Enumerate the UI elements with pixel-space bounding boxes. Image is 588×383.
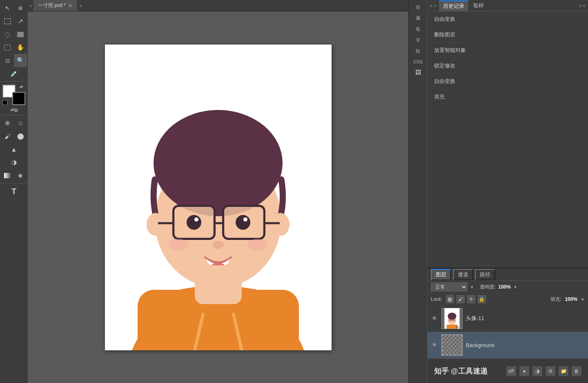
blend-opacity-row: 正常 ▼ 透明度: 100% ▼ — [428, 281, 588, 293]
opacity-label: 透明度: — [480, 284, 496, 291]
history-panel: < > 历史记录 取样 > < 自由变换 删除图层 放置智能对象 锁定修改 — [428, 0, 588, 268]
svg-point-20 — [236, 215, 250, 230]
layers-tab[interactable]: 图层 — [431, 269, 451, 280]
paths-tab[interactable]: 路径 — [475, 269, 495, 280]
layers-panel: 图层 通道 路径 正常 ▼ 透明度: 100% ▼ Lock: ▦ 🖌 — [428, 268, 588, 383]
svg-point-23 — [212, 241, 224, 249]
svg-point-33 — [450, 320, 451, 320]
d-icon: D — [15, 108, 18, 113]
layer-name-1: Background — [466, 342, 494, 348]
lock-paint[interactable]: 🖌 — [457, 295, 465, 303]
zoom-tool[interactable]: 🔍 — [14, 54, 27, 67]
mini-panel-image[interactable]: 🖼 — [413, 67, 423, 78]
tool-group-top: ↖ ⊞ ↗ ◌ — [0, 2, 28, 198]
svg-point-19 — [187, 215, 201, 230]
artboard-tool[interactable]: ⊞ — [14, 2, 27, 15]
wm-circle-icon: ● — [519, 366, 529, 376]
wm-folder-icon: 📁 — [559, 366, 568, 376]
close-tab-button[interactable]: ✕ — [68, 3, 72, 9]
wm-halfcircle-icon: ◑ — [532, 366, 542, 376]
sampling-tab[interactable]: 取样 — [469, 1, 488, 11]
lock-icons: ▦ 🖌 ✛ 🔒 — [446, 295, 486, 303]
history-item-label-5: 填充 — [434, 93, 445, 101]
channels-tab[interactable]: 通道 — [453, 269, 473, 280]
gradient-tool[interactable] — [1, 169, 14, 182]
layer-item-0[interactable]: 👁 🔒 — [428, 305, 588, 332]
history-item-1[interactable]: 删除图层 — [428, 27, 588, 43]
toolbar-left: ↖ ⊞ ↗ ◌ — [0, 0, 28, 383]
shape-tool[interactable] — [14, 28, 27, 41]
smudge-tool[interactable]: ◑ — [7, 156, 20, 169]
paint-bucket-tool[interactable]: ⬤ — [14, 130, 27, 143]
wm-gear-icon: ⚙ — [546, 366, 555, 376]
background-color[interactable] — [12, 92, 25, 105]
panel-arrows-right[interactable]: > < — [579, 3, 586, 8]
svg-point-34 — [453, 320, 454, 320]
svg-point-8 — [147, 213, 165, 236]
mini-panel-bi[interactable]: 笔 — [415, 24, 421, 35]
stamp-tool[interactable]: ▲ — [7, 143, 20, 156]
healing-tool[interactable]: ⊕ — [1, 116, 14, 130]
type-tool[interactable]: T — [7, 185, 20, 198]
swap-colors-icon[interactable]: ⇄ — [20, 85, 25, 90]
crop-tool[interactable]: ⊡ — [1, 54, 14, 67]
mini-panel: 信 属 笔 字 段 CSS 🖼 — [409, 0, 428, 383]
wm-eff-icon: eff — [506, 366, 516, 376]
mini-panel-shu[interactable]: 属 — [415, 13, 421, 24]
svg-point-22 — [243, 217, 247, 222]
default-colors-icon[interactable] — [2, 100, 7, 105]
layer-item-1[interactable]: 👁 Background — [428, 332, 588, 358]
watermark-text: 知乎 @工具速递 — [434, 366, 488, 376]
tab-arrow-left[interactable]: < — [28, 0, 33, 11]
layer-visibility-1[interactable]: 👁 — [431, 342, 438, 348]
canvas-viewport[interactable] — [28, 11, 408, 383]
eraser-tool[interactable]: ◻ — [14, 116, 27, 130]
blend-mode-select[interactable]: 正常 — [431, 282, 468, 291]
svg-point-29 — [448, 313, 456, 320]
history-item-3[interactable]: 锁定修改 — [428, 58, 588, 74]
mini-panel-css[interactable]: CSS — [412, 57, 423, 67]
tab-bar: < 一寸照.psd * ✕ > — [28, 0, 408, 11]
history-item-label-2: 放置智能对象 — [434, 47, 466, 54]
right-panel: 信 属 笔 字 段 CSS 🖼 < > 历史记录 取样 > < 自由变换 删除图… — [408, 0, 588, 383]
quick-select-tool[interactable] — [1, 41, 14, 54]
history-item-4[interactable]: 自由变换 — [428, 74, 588, 89]
mini-panel-duan[interactable]: 段 — [415, 46, 421, 57]
lasso-tool[interactable]: ◌ — [1, 28, 14, 41]
move-tool[interactable]: ↖ — [1, 2, 14, 15]
direct-select-tool[interactable]: ↗ — [14, 15, 27, 28]
mode-icon: ⏎ — [10, 108, 14, 113]
color-swatches: ⇄ — [2, 85, 25, 105]
mini-panel-zi[interactable]: 字 — [415, 35, 421, 46]
history-item-0[interactable]: 自由变换 — [428, 11, 588, 27]
wm-trash-icon: 🗑 — [572, 366, 581, 376]
fill-value[interactable]: 100% — [565, 296, 577, 302]
document-tab[interactable]: 一寸照.psd * ✕ — [33, 0, 78, 11]
lock-row: Lock: ▦ 🖌 ✛ 🔒 填充: 100% ▼ — [428, 293, 588, 305]
lock-label: Lock: — [431, 296, 443, 302]
lock-all[interactable]: 🔒 — [478, 295, 486, 303]
history-item-5[interactable]: 填充 — [428, 89, 588, 105]
lock-checkerboard[interactable]: ▦ — [446, 295, 454, 303]
opacity-value[interactable]: 100% — [498, 284, 511, 290]
mini-panel-xin[interactable]: 信 — [415, 2, 421, 13]
blur-tool[interactable]: ◈ — [14, 169, 27, 182]
history-item-label-3: 锁定修改 — [434, 62, 455, 69]
panel-arrows-left[interactable]: < > — [430, 3, 437, 8]
history-item-label-0: 自由变换 — [434, 16, 455, 23]
hand-tool[interactable]: ✋ — [14, 41, 27, 54]
watermark-icons: eff ● ◑ ⚙ 📁 🗑 — [506, 366, 581, 376]
canvas-document — [105, 45, 332, 350]
tab-arrow-right[interactable]: > — [78, 0, 83, 11]
document-tab-label: 一寸照.psd * — [38, 2, 66, 9]
layer-name-0: 头像-11 — [466, 315, 484, 322]
lock-move[interactable]: ✛ — [467, 295, 475, 303]
history-tab[interactable]: 历史记录 — [439, 0, 468, 11]
brush-tool[interactable]: 🖌 — [1, 130, 14, 143]
layer-visibility-0[interactable]: 👁 — [431, 315, 438, 322]
history-item-2[interactable]: 放置智能对象 — [428, 43, 588, 58]
eyedropper-tool[interactable]: 💉 — [7, 67, 20, 80]
marquee-tool[interactable] — [1, 15, 14, 28]
history-list: 自由变换 删除图层 放置智能对象 锁定修改 自由变换 填充 — [428, 11, 588, 268]
layers-tabs: 图层 通道 路径 — [428, 269, 588, 281]
